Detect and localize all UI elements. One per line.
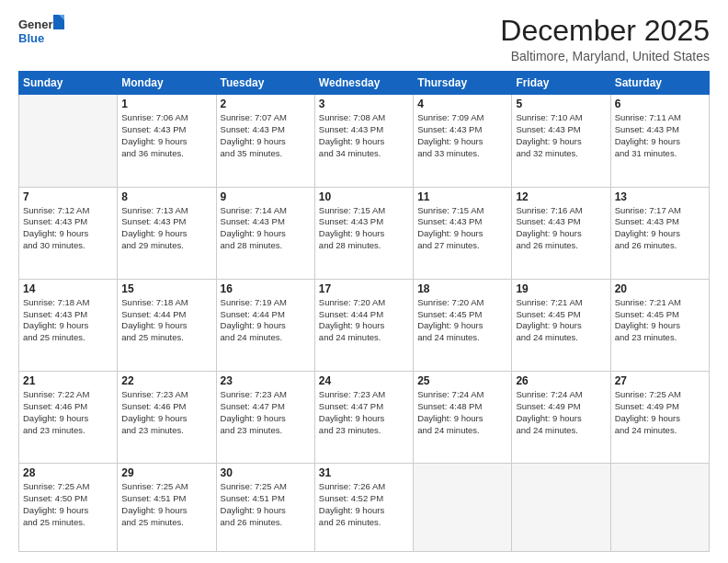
calendar-cell: 23Sunrise: 7:23 AM Sunset: 4:47 PM Dayli… — [216, 372, 314, 464]
day-number: 8 — [121, 190, 211, 203]
calendar-cell: 29Sunrise: 7:25 AM Sunset: 4:51 PM Dayli… — [118, 464, 216, 552]
week-row-1: 1Sunrise: 7:06 AM Sunset: 4:43 PM Daylig… — [19, 95, 710, 187]
main-title: December 2025 — [500, 15, 710, 47]
day-number: 5 — [516, 98, 606, 110]
day-info: Sunrise: 7:18 AM Sunset: 4:43 PM Dayligh… — [23, 297, 113, 344]
day-info: Sunrise: 7:23 AM Sunset: 4:46 PM Dayligh… — [121, 389, 211, 436]
header-day-friday: Friday — [512, 72, 610, 95]
calendar-cell: 9Sunrise: 7:14 AM Sunset: 4:43 PM Daylig… — [216, 187, 314, 279]
day-info: Sunrise: 7:18 AM Sunset: 4:44 PM Dayligh… — [121, 297, 211, 344]
calendar-cell: 2Sunrise: 7:07 AM Sunset: 4:43 PM Daylig… — [216, 95, 314, 187]
day-info: Sunrise: 7:16 AM Sunset: 4:43 PM Dayligh… — [516, 205, 606, 252]
calendar-cell — [414, 464, 512, 552]
logo-icon: General Blue — [18, 15, 66, 50]
day-number: 4 — [417, 98, 507, 110]
day-number: 21 — [23, 374, 113, 387]
day-number: 31 — [319, 466, 409, 479]
calendar-cell: 6Sunrise: 7:11 AM Sunset: 4:43 PM Daylig… — [610, 95, 709, 187]
day-number: 25 — [417, 374, 507, 387]
day-number: 10 — [319, 190, 409, 203]
day-info: Sunrise: 7:24 AM Sunset: 4:48 PM Dayligh… — [417, 389, 507, 436]
calendar-cell: 21Sunrise: 7:22 AM Sunset: 4:46 PM Dayli… — [19, 372, 118, 464]
day-number: 18 — [417, 282, 507, 295]
header-day-saturday: Saturday — [610, 72, 709, 95]
day-number: 20 — [615, 282, 705, 295]
day-info: Sunrise: 7:22 AM Sunset: 4:46 PM Dayligh… — [23, 389, 113, 436]
day-number: 7 — [23, 190, 113, 203]
day-info: Sunrise: 7:21 AM Sunset: 4:45 PM Dayligh… — [516, 297, 606, 344]
day-number: 23 — [221, 374, 311, 387]
day-number: 27 — [615, 374, 705, 387]
day-info: Sunrise: 7:08 AM Sunset: 4:43 PM Dayligh… — [319, 112, 409, 159]
calendar-cell: 27Sunrise: 7:25 AM Sunset: 4:49 PM Dayli… — [610, 372, 709, 464]
day-number: 12 — [516, 190, 606, 203]
day-info: Sunrise: 7:25 AM Sunset: 4:50 PM Dayligh… — [23, 481, 113, 528]
page: General Blue December 2025 Baltimore, Ma… — [0, 0, 728, 563]
day-info: Sunrise: 7:20 AM Sunset: 4:44 PM Dayligh… — [319, 297, 409, 344]
day-number: 14 — [23, 282, 113, 295]
day-number: 29 — [121, 466, 211, 479]
header-day-monday: Monday — [118, 72, 216, 95]
calendar-cell — [512, 464, 610, 552]
day-info: Sunrise: 7:20 AM Sunset: 4:45 PM Dayligh… — [417, 297, 507, 344]
day-number: 26 — [516, 374, 606, 387]
header-day-tuesday: Tuesday — [216, 72, 314, 95]
day-info: Sunrise: 7:15 AM Sunset: 4:43 PM Dayligh… — [417, 205, 507, 252]
title-block: December 2025 Baltimore, Maryland, Unite… — [500, 15, 710, 63]
day-info: Sunrise: 7:23 AM Sunset: 4:47 PM Dayligh… — [221, 389, 311, 436]
day-number: 15 — [121, 282, 211, 295]
calendar-cell: 20Sunrise: 7:21 AM Sunset: 4:45 PM Dayli… — [610, 279, 709, 371]
calendar-cell — [19, 95, 118, 187]
day-info: Sunrise: 7:24 AM Sunset: 4:49 PM Dayligh… — [516, 389, 606, 436]
calendar-cell: 12Sunrise: 7:16 AM Sunset: 4:43 PM Dayli… — [512, 187, 610, 279]
day-number: 3 — [319, 98, 409, 110]
calendar-cell: 13Sunrise: 7:17 AM Sunset: 4:43 PM Dayli… — [610, 187, 709, 279]
calendar-cell — [610, 464, 709, 552]
calendar-cell: 30Sunrise: 7:25 AM Sunset: 4:51 PM Dayli… — [216, 464, 314, 552]
day-info: Sunrise: 7:19 AM Sunset: 4:44 PM Dayligh… — [221, 297, 311, 344]
day-number: 30 — [221, 466, 311, 479]
calendar-cell: 28Sunrise: 7:25 AM Sunset: 4:50 PM Dayli… — [19, 464, 118, 552]
day-number: 9 — [221, 190, 311, 203]
calendar-cell: 5Sunrise: 7:10 AM Sunset: 4:43 PM Daylig… — [512, 95, 610, 187]
calendar-cell: 26Sunrise: 7:24 AM Sunset: 4:49 PM Dayli… — [512, 372, 610, 464]
calendar-cell: 18Sunrise: 7:20 AM Sunset: 4:45 PM Dayli… — [414, 279, 512, 371]
day-info: Sunrise: 7:15 AM Sunset: 4:43 PM Dayligh… — [319, 205, 409, 252]
calendar-body: 1Sunrise: 7:06 AM Sunset: 4:43 PM Daylig… — [19, 95, 710, 552]
week-row-5: 28Sunrise: 7:25 AM Sunset: 4:50 PM Dayli… — [19, 464, 710, 552]
subtitle: Baltimore, Maryland, United States — [500, 49, 710, 63]
calendar-table: SundayMondayTuesdayWednesdayThursdayFrid… — [18, 71, 710, 552]
week-row-4: 21Sunrise: 7:22 AM Sunset: 4:46 PM Dayli… — [19, 372, 710, 464]
day-number: 13 — [615, 190, 705, 203]
day-info: Sunrise: 7:09 AM Sunset: 4:43 PM Dayligh… — [417, 112, 507, 159]
day-info: Sunrise: 7:25 AM Sunset: 4:51 PM Dayligh… — [221, 481, 311, 528]
day-number: 19 — [516, 282, 606, 295]
calendar-cell: 22Sunrise: 7:23 AM Sunset: 4:46 PM Dayli… — [118, 372, 216, 464]
day-info: Sunrise: 7:07 AM Sunset: 4:43 PM Dayligh… — [221, 112, 311, 159]
week-row-3: 14Sunrise: 7:18 AM Sunset: 4:43 PM Dayli… — [19, 279, 710, 371]
day-number: 22 — [121, 374, 211, 387]
day-number: 24 — [319, 374, 409, 387]
calendar-cell: 7Sunrise: 7:12 AM Sunset: 4:43 PM Daylig… — [19, 187, 118, 279]
calendar-cell: 17Sunrise: 7:20 AM Sunset: 4:44 PM Dayli… — [314, 279, 413, 371]
svg-text:Blue: Blue — [18, 31, 44, 45]
day-info: Sunrise: 7:10 AM Sunset: 4:43 PM Dayligh… — [516, 112, 606, 159]
day-number: 11 — [417, 190, 507, 203]
calendar-cell: 14Sunrise: 7:18 AM Sunset: 4:43 PM Dayli… — [19, 279, 118, 371]
day-number: 28 — [23, 466, 113, 479]
calendar-cell: 4Sunrise: 7:09 AM Sunset: 4:43 PM Daylig… — [414, 95, 512, 187]
day-info: Sunrise: 7:26 AM Sunset: 4:52 PM Dayligh… — [319, 481, 409, 528]
day-info: Sunrise: 7:11 AM Sunset: 4:43 PM Dayligh… — [615, 112, 705, 159]
calendar-cell: 8Sunrise: 7:13 AM Sunset: 4:43 PM Daylig… — [118, 187, 216, 279]
calendar-cell: 25Sunrise: 7:24 AM Sunset: 4:48 PM Dayli… — [414, 372, 512, 464]
day-info: Sunrise: 7:17 AM Sunset: 4:43 PM Dayligh… — [615, 205, 705, 252]
header-day-thursday: Thursday — [414, 72, 512, 95]
day-info: Sunrise: 7:13 AM Sunset: 4:43 PM Dayligh… — [121, 205, 211, 252]
day-number: 1 — [121, 98, 211, 110]
calendar-cell: 3Sunrise: 7:08 AM Sunset: 4:43 PM Daylig… — [314, 95, 413, 187]
day-info: Sunrise: 7:06 AM Sunset: 4:43 PM Dayligh… — [121, 112, 211, 159]
logo: General Blue — [18, 15, 66, 50]
day-number: 16 — [221, 282, 311, 295]
calendar-cell: 10Sunrise: 7:15 AM Sunset: 4:43 PM Dayli… — [314, 187, 413, 279]
week-row-2: 7Sunrise: 7:12 AM Sunset: 4:43 PM Daylig… — [19, 187, 710, 279]
